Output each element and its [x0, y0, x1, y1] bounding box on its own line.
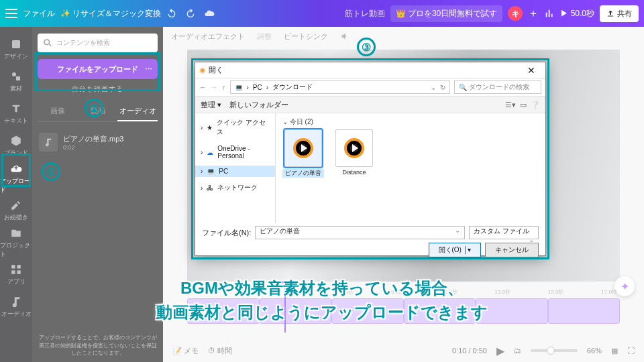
- undo-icon[interactable]: [166, 8, 177, 19]
- analytics-icon[interactable]: [544, 8, 555, 19]
- annotation-1: ①: [42, 162, 60, 181]
- avatar[interactable]: キ: [508, 6, 523, 21]
- highlight-dialog: [191, 58, 549, 259]
- file-menu[interactable]: ファイル: [23, 8, 55, 19]
- plus-icon[interactable]: ＋: [528, 7, 539, 21]
- cloud-icon[interactable]: [204, 8, 215, 19]
- tutorial-subtitle: BGMや効果音素材を持っている場合、 動画素材と同じようにアップロードできます: [0, 276, 644, 324]
- topbar: ファイル ✨ リサイズ＆マジック変換 筋トレ動画 👑 プロを30日間無料で試す …: [0, 0, 644, 27]
- trial-button[interactable]: 👑 プロを30日間無料で試す: [390, 5, 503, 22]
- redo-icon[interactable]: [185, 8, 196, 19]
- resize-button[interactable]: ✨ リサイズ＆マジック変換: [60, 8, 161, 19]
- share-button[interactable]: 共有: [600, 5, 639, 22]
- highlight-upload-area: [35, 52, 160, 91]
- highlight-rail-upload: [1, 154, 31, 187]
- annotation-3: ③: [357, 38, 376, 56]
- share-icon: [606, 9, 614, 17]
- annotation-2: ②: [85, 99, 103, 117]
- play-duration[interactable]: ▶ 50.0秒: [560, 8, 594, 19]
- menu-icon[interactable]: [5, 9, 17, 18]
- project-title[interactable]: 筋トレ動画: [345, 8, 385, 19]
